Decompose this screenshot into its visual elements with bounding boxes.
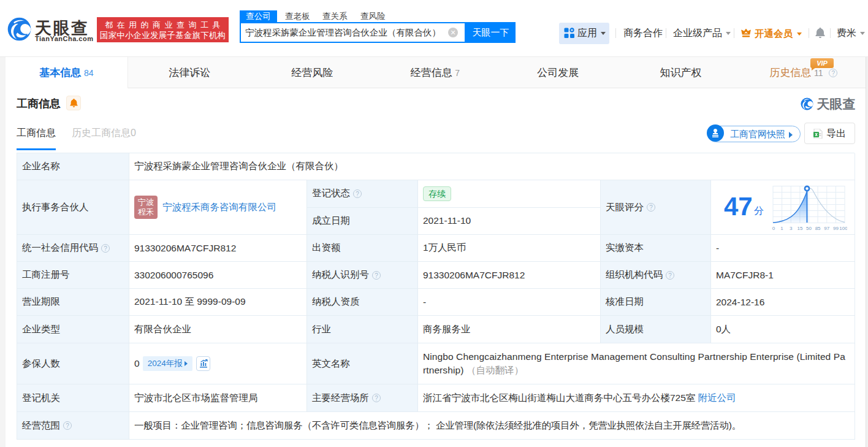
svg-text:99: 99 xyxy=(833,226,839,231)
svg-text:1: 1 xyxy=(780,226,783,231)
svg-text:0: 0 xyxy=(772,226,775,231)
svg-text:3: 3 xyxy=(790,226,793,231)
svg-text:15: 15 xyxy=(797,226,802,231)
svg-text:85: 85 xyxy=(815,226,821,231)
svg-text:50: 50 xyxy=(806,226,812,231)
svg-text:100: 100 xyxy=(839,226,847,231)
svg-text:97: 97 xyxy=(824,226,829,231)
